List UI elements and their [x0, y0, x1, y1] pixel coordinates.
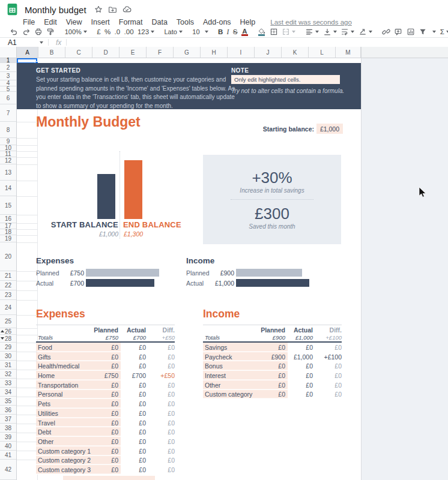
actual-cell[interactable]: £0	[121, 457, 148, 464]
diff-cell[interactable]: £0	[148, 448, 175, 455]
category-cell[interactable]: Gifts	[36, 352, 92, 362]
increase-decimal-button[interactable]: .00	[124, 27, 134, 37]
row-header-41[interactable]: 41	[0, 451, 16, 460]
planned-cell[interactable]: £0	[259, 380, 288, 390]
row-header-22[interactable]: 22	[0, 281, 16, 290]
planned-cell[interactable]: £0	[92, 446, 121, 456]
row-header-7[interactable]: 7	[0, 104, 16, 122]
name-box[interactable]: A1	[0, 38, 38, 47]
actual-cell[interactable]: £1,000	[288, 353, 315, 361]
undo-button[interactable]	[10, 27, 18, 37]
column-header-b[interactable]: B	[38, 47, 65, 58]
category-cell[interactable]: Custom category 2	[36, 456, 92, 466]
note-highlighted-cell[interactable]: Only edit highlighted cells.	[231, 75, 340, 84]
paint-format-button[interactable]	[46, 27, 55, 37]
row-header-24[interactable]: 24	[0, 300, 16, 315]
starting-balance-cell[interactable]: £1,000	[316, 124, 343, 134]
bold-button[interactable]: B	[218, 27, 223, 37]
actual-cell[interactable]: £0	[288, 362, 315, 370]
row-header-15[interactable]: 15	[0, 196, 16, 215]
planned-cell[interactable]: £0	[259, 371, 288, 380]
actual-cell[interactable]: £0	[121, 410, 148, 417]
row-header-19[interactable]: 19	[0, 235, 16, 242]
category-cell[interactable]: Home	[36, 371, 92, 380]
horizontal-align-button[interactable]	[305, 27, 319, 37]
category-cell[interactable]: Custom category 1	[36, 446, 92, 456]
diff-cell[interactable]: £0	[315, 382, 342, 389]
row-header-40[interactable]: 40	[0, 442, 16, 451]
insert-chart-button[interactable]	[407, 27, 415, 37]
actual-cell[interactable]: £0	[121, 419, 148, 427]
category-cell[interactable]: Other	[36, 437, 92, 446]
row-header-36[interactable]: 36	[0, 406, 16, 415]
actual-cell[interactable]: £0	[121, 466, 148, 473]
text-rotation-button[interactable]	[359, 27, 372, 37]
actual-cell[interactable]: £0	[121, 438, 148, 445]
column-header-i[interactable]: I	[228, 47, 255, 58]
actual-cell[interactable]: £0	[121, 344, 148, 351]
print-button[interactable]	[34, 27, 43, 37]
row-header-37[interactable]: 37	[0, 415, 16, 424]
planned-cell[interactable]: £0	[92, 437, 121, 446]
planned-cell[interactable]: £0	[92, 427, 121, 437]
insert-link-button[interactable]	[382, 27, 390, 37]
category-cell[interactable]: Custom category 3	[36, 465, 92, 475]
category-cell[interactable]: Paycheck	[203, 352, 259, 362]
planned-cell[interactable]: £0	[92, 465, 121, 475]
actual-cell[interactable]: £0	[121, 353, 148, 361]
category-cell[interactable]: Food	[36, 343, 92, 352]
format-percent-button[interactable]: %	[104, 27, 110, 37]
row-header-34[interactable]: 34	[0, 388, 16, 397]
diff-cell[interactable]: £0	[148, 344, 175, 351]
actual-cell[interactable]: £0	[121, 382, 148, 389]
row-header-11[interactable]: 11	[0, 151, 16, 157]
planned-cell[interactable]: £0	[259, 361, 288, 371]
merge-cells-button[interactable]	[282, 27, 295, 37]
cloud-saved-icon[interactable]	[121, 4, 133, 16]
category-cell[interactable]: Travel	[36, 418, 92, 428]
actual-cell[interactable]: £0	[288, 391, 315, 398]
planned-cell[interactable]: £750	[92, 371, 121, 380]
zoom-select[interactable]: 100%	[65, 27, 87, 37]
actual-cell[interactable]: £0	[121, 391, 148, 398]
sheets-logo[interactable]	[6, 2, 19, 16]
planned-cell[interactable]: £0	[92, 343, 121, 352]
document-title[interactable]: Monthly budget	[25, 5, 86, 15]
move-folder-icon[interactable]	[107, 4, 119, 16]
menu-item-data[interactable]: Data	[151, 18, 167, 26]
menu-item-help[interactable]: Help	[240, 18, 256, 26]
diff-cell[interactable]: £0	[148, 428, 175, 436]
column-header-e[interactable]: E	[120, 47, 147, 58]
row-header-18[interactable]: 18	[0, 229, 16, 235]
column-header-f[interactable]: F	[147, 47, 174, 58]
row-header-12[interactable]: 12	[0, 157, 16, 164]
column-header-m[interactable]: M	[336, 47, 361, 58]
row-header-30[interactable]: 30	[0, 352, 16, 361]
planned-cell[interactable]: £0	[92, 390, 121, 400]
row-header-6[interactable]: 6	[0, 92, 16, 104]
diff-cell[interactable]: £0	[315, 372, 342, 379]
planned-cell[interactable]: £900	[259, 352, 288, 362]
planned-cell[interactable]: £0	[92, 456, 121, 466]
functions-button[interactable]: Σ	[440, 27, 448, 37]
category-cell[interactable]: Other	[203, 380, 259, 390]
diff-cell[interactable]: £0	[148, 382, 175, 389]
row-header-25[interactable]: 25	[0, 315, 16, 328]
row-header-20[interactable]: 20	[0, 242, 16, 271]
category-cell[interactable]: Debt	[36, 427, 92, 437]
row-header-23[interactable]: 23	[0, 290, 16, 300]
menu-item-file[interactable]: File	[23, 18, 35, 26]
actual-cell[interactable]: £0	[121, 448, 148, 455]
diff-cell[interactable]: £0	[148, 419, 175, 427]
row-header-21[interactable]: 21	[0, 271, 16, 281]
category-cell[interactable]: Interest	[203, 371, 259, 380]
row-header-13[interactable]: 13	[0, 164, 16, 181]
decrease-decimal-button[interactable]: .0	[115, 27, 121, 37]
planned-cell[interactable]: £0	[92, 361, 121, 371]
planned-cell[interactable]: £0	[92, 380, 121, 390]
planned-cell[interactable]: £0	[92, 399, 121, 409]
column-header-h[interactable]: H	[201, 47, 228, 58]
diff-cell[interactable]: £0	[148, 400, 175, 407]
menu-item-edit[interactable]: Edit	[44, 18, 57, 26]
category-cell[interactable]: Bonus	[203, 361, 259, 371]
